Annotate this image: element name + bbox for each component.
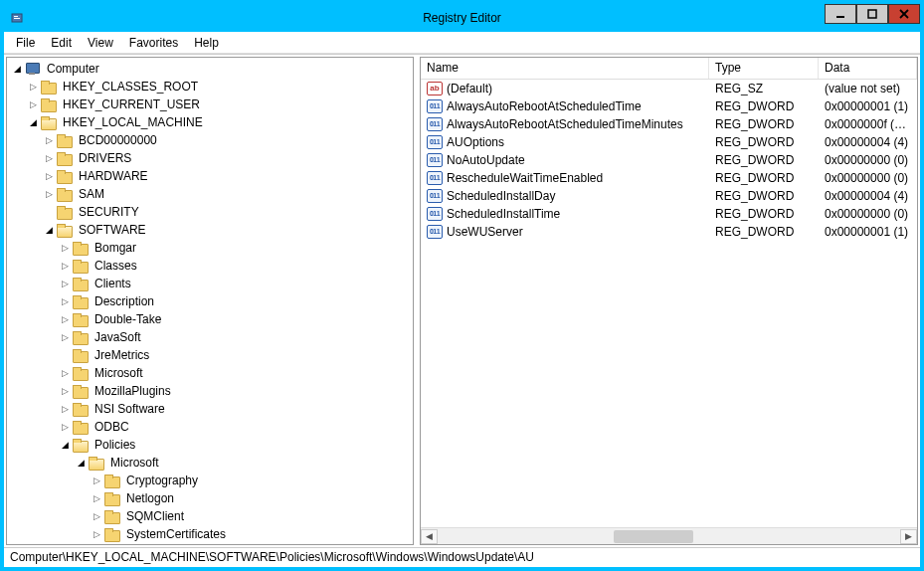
maximize-button[interactable] xyxy=(856,4,888,24)
horizontal-scrollbar[interactable]: ◀ ▶ xyxy=(421,527,917,544)
expander-icon[interactable]: ▷ xyxy=(91,510,102,522)
list-row[interactable]: RescheduleWaitTimeEnabledREG_DWORD0x0000… xyxy=(421,169,917,187)
list-row[interactable]: AUOptionsREG_DWORD0x00000004 (4) xyxy=(421,133,917,151)
list-row[interactable]: UseWUServerREG_DWORD0x00000001 (1) xyxy=(421,223,917,241)
menu-file[interactable]: File xyxy=(8,34,43,52)
expander-icon[interactable]: ▷ xyxy=(59,421,71,433)
tree-node-sam[interactable]: ▷ SAM xyxy=(7,185,413,203)
column-header-type[interactable]: Type xyxy=(709,58,819,79)
tree-node-javasoft[interactable]: ▷JavaSoft xyxy=(7,328,413,346)
tree-node-bomgar[interactable]: ▷Bomgar xyxy=(7,239,413,257)
tree-node-netlogon[interactable]: ▷Netlogon xyxy=(7,489,413,507)
tree-pane[interactable]: ◢ Computer ▷ HKEY_CLASSES_ROOT ▷ xyxy=(6,57,414,545)
tree-node-hkcr[interactable]: ▷ HKEY_CLASSES_ROOT xyxy=(7,78,413,95)
value-data: 0x00000001 (1) xyxy=(819,224,917,240)
tree-node-sqmclient[interactable]: ▷SQMClient xyxy=(7,507,413,525)
expander-icon[interactable]: ▷ xyxy=(27,81,39,93)
expander-icon[interactable]: ◢ xyxy=(11,63,23,75)
minimize-button[interactable] xyxy=(825,4,856,24)
menu-view[interactable]: View xyxy=(80,34,121,52)
tree-label: BCD00000000 xyxy=(77,132,159,148)
list-body[interactable]: (Default)REG_SZ(value not set)AlwaysAuto… xyxy=(421,80,917,527)
expander-icon[interactable]: ▷ xyxy=(59,403,71,415)
tree-label: Clients xyxy=(92,276,133,291)
close-button[interactable] xyxy=(888,4,920,24)
folder-icon xyxy=(73,402,89,416)
titlebar[interactable]: Registry Editor xyxy=(4,4,920,32)
expander-icon[interactable]: ◢ xyxy=(43,224,55,236)
tree-node-hardware[interactable]: ▷ HARDWARE xyxy=(7,167,413,185)
expander-icon[interactable]: ▷ xyxy=(59,260,71,272)
value-name: NoAutoUpdate xyxy=(447,153,525,167)
scroll-thumb[interactable] xyxy=(614,530,693,543)
expander-icon[interactable]: ▷ xyxy=(43,134,55,146)
expander-icon[interactable]: ▷ xyxy=(91,492,102,504)
tree-node-hklm[interactable]: ◢ HKEY_LOCAL_MACHINE xyxy=(7,113,413,131)
tree-node-nsisoftware[interactable]: ▷NSI Software xyxy=(7,400,413,418)
scroll-right-arrow-icon[interactable]: ▶ xyxy=(900,529,917,544)
list-row[interactable]: ScheduledInstallDayREG_DWORD0x00000004 (… xyxy=(421,187,917,205)
expander-icon[interactable]: ▷ xyxy=(91,528,102,540)
expander-icon[interactable]: ▷ xyxy=(59,367,71,379)
tree-node-bcd[interactable]: ▷ BCD00000000 xyxy=(7,131,413,149)
tree-label: Policies xyxy=(92,437,137,453)
expander-icon[interactable]: ▷ xyxy=(59,295,71,307)
dword-value-icon xyxy=(427,153,443,167)
menu-help[interactable]: Help xyxy=(186,34,227,52)
tree-node-jremetrics[interactable]: ▷JreMetrics xyxy=(7,346,413,364)
tree-label: Classes xyxy=(92,258,139,274)
folder-icon xyxy=(73,420,89,434)
tree-node-policies-microsoft[interactable]: ◢Microsoft xyxy=(7,454,413,472)
tree-node-security[interactable]: ▷ SECURITY xyxy=(7,203,413,221)
tree-label: Microsoft xyxy=(108,455,161,471)
tree-node-computer[interactable]: ◢ Computer xyxy=(7,60,413,78)
tree-node-policies[interactable]: ◢Policies xyxy=(7,436,413,454)
list-row[interactable]: AlwaysAutoRebootAtScheduledTimeMinutesRE… xyxy=(421,115,917,133)
dword-value-icon xyxy=(427,171,443,185)
folder-icon xyxy=(73,438,89,452)
column-header-name[interactable]: Name xyxy=(421,58,709,79)
tree-node-doubletake[interactable]: ▷Double-Take xyxy=(7,310,413,328)
dword-value-icon xyxy=(427,135,443,149)
expander-icon[interactable]: ▷ xyxy=(59,278,71,289)
value-type: REG_DWORD xyxy=(709,134,819,150)
expander-icon[interactable]: ▷ xyxy=(43,188,55,200)
expander-icon[interactable]: ▷ xyxy=(59,331,71,343)
tree-node-software[interactable]: ◢ SOFTWARE xyxy=(7,221,413,239)
expander-icon[interactable]: ▷ xyxy=(27,98,39,110)
list-header: Name Type Data xyxy=(421,58,917,80)
tree-label: SystemCertificates xyxy=(124,526,228,542)
expander-icon[interactable]: ▷ xyxy=(59,313,71,325)
expander-icon[interactable]: ◢ xyxy=(59,439,71,451)
tree-node-microsoft[interactable]: ▷Microsoft xyxy=(7,364,413,382)
expander-icon[interactable]: ▷ xyxy=(43,170,55,182)
tree-node-drivers[interactable]: ▷ DRIVERS xyxy=(7,149,413,167)
expander-icon[interactable]: ◢ xyxy=(75,457,87,469)
tree-node-clients[interactable]: ▷Clients xyxy=(7,275,413,292)
list-row[interactable]: (Default)REG_SZ(value not set) xyxy=(421,80,917,97)
menu-edit[interactable]: Edit xyxy=(43,34,80,52)
tree-node-classes[interactable]: ▷Classes xyxy=(7,257,413,275)
value-type: REG_SZ xyxy=(709,81,819,96)
menu-favorites[interactable]: Favorites xyxy=(121,34,186,52)
expander-icon[interactable]: ▷ xyxy=(59,242,71,254)
tree-node-systemcertificates[interactable]: ▷SystemCertificates xyxy=(7,525,413,543)
expander-icon[interactable]: ▷ xyxy=(43,152,55,164)
tree-node-hkcu[interactable]: ▷ HKEY_CURRENT_USER xyxy=(7,95,413,113)
folder-icon xyxy=(41,115,57,129)
scroll-left-arrow-icon[interactable]: ◀ xyxy=(421,529,438,544)
list-row[interactable]: AlwaysAutoRebootAtScheduledTimeREG_DWORD… xyxy=(421,97,917,115)
value-name: UseWUServer xyxy=(447,225,523,239)
tree-label: Microsoft xyxy=(92,365,145,381)
tree-node-mozillaplugins[interactable]: ▷MozillaPlugins xyxy=(7,382,413,400)
expander-icon[interactable]: ◢ xyxy=(27,116,39,128)
expander-icon[interactable]: ▷ xyxy=(59,385,71,397)
list-row[interactable]: NoAutoUpdateREG_DWORD0x00000000 (0) xyxy=(421,151,917,169)
tree-node-odbc[interactable]: ▷ODBC xyxy=(7,418,413,436)
expander-icon[interactable]: ▷ xyxy=(91,475,102,486)
column-header-data[interactable]: Data xyxy=(819,58,917,79)
list-row[interactable]: ScheduledInstallTimeREG_DWORD0x00000000 … xyxy=(421,205,917,223)
tree-node-description[interactable]: ▷Description xyxy=(7,292,413,310)
tree-node-cryptography[interactable]: ▷Cryptography xyxy=(7,472,413,489)
scroll-track[interactable] xyxy=(438,529,900,544)
